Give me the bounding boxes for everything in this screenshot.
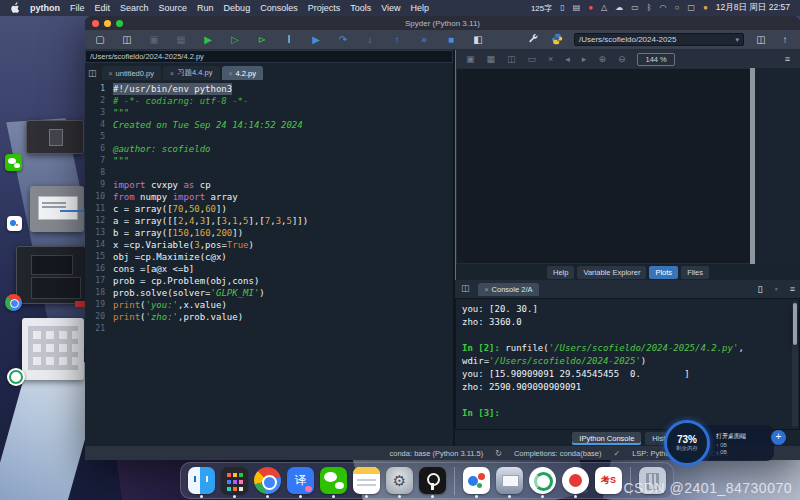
refresh-icon[interactable]: ↻ — [495, 449, 502, 458]
stop-button[interactable]: ■ — [444, 35, 458, 45]
browse-tabs-icon[interactable]: ◫ — [88, 68, 97, 78]
zoom-in-icon[interactable]: ⊕ — [598, 55, 606, 64]
open-file-button[interactable]: ◫ — [120, 35, 134, 45]
editor-tab-untitled0.py[interactable]: ×untitled0.py — [102, 66, 161, 80]
dock-item-translate[interactable]: 译 — [286, 467, 315, 494]
parent-directory-icon[interactable]: ↑ — [778, 35, 792, 45]
code-editor[interactable]: 1#!/usr/bin/env python32# -*- codiarng: … — [85, 80, 453, 446]
menu-item-file[interactable]: File — [70, 3, 85, 13]
dock-item-screenshot[interactable] — [495, 467, 524, 494]
working-directory-select[interactable]: /Users/scofieldo/2024-2025 ▾ — [574, 33, 744, 46]
close-icon[interactable]: × — [109, 70, 113, 77]
save-button[interactable]: ▣ — [147, 35, 161, 45]
display-icon[interactable]: ▢ — [687, 4, 695, 12]
scrollbar-thumb[interactable] — [793, 303, 797, 345]
browse-consoles-icon[interactable]: ◫ — [461, 283, 470, 293]
continue-button[interactable]: » — [417, 35, 431, 45]
tab-ipython-console[interactable]: IPython Console — [572, 432, 641, 445]
dock-item-green-ring[interactable] — [528, 467, 557, 494]
window-titlebar[interactable]: Spyder (Python 3.11) — [85, 16, 800, 30]
run-selection-button[interactable]: Ⅰ — [282, 35, 296, 45]
step-into-button[interactable]: ↓ — [363, 35, 377, 45]
preferences-wrench-icon[interactable] — [526, 33, 540, 46]
wechat-badge-icon[interactable] — [5, 154, 22, 171]
previous-plot-icon[interactable]: ◂ — [565, 55, 570, 64]
battery-icon[interactable]: ▭ — [631, 4, 639, 12]
next-plot-icon[interactable]: ▸ — [582, 55, 587, 64]
input-method-indicator[interactable]: 125字 — [531, 3, 552, 14]
shapes-icon[interactable]: △ — [601, 4, 607, 12]
copy-plot-icon[interactable]: ◫ — [507, 55, 516, 64]
plots-options-menu-icon[interactable]: ≡ — [785, 54, 790, 64]
dock-item-netdisk[interactable] — [462, 467, 491, 494]
memory-gauge[interactable]: 73% 剩余内存 — [664, 420, 710, 466]
dock-item-wechat[interactable] — [319, 467, 348, 494]
plots-zoom-level[interactable]: 144 % — [637, 53, 674, 66]
tab-files[interactable]: Files — [681, 266, 709, 279]
menu-item-view[interactable]: View — [381, 3, 400, 13]
widget-plus-button[interactable]: + — [771, 430, 786, 445]
dock-item-keychain[interactable] — [418, 467, 447, 494]
window-thumbnail-dialog[interactable] — [30, 186, 84, 232]
step-over-button[interactable]: ↷ — [336, 35, 350, 45]
cloud-icon[interactable]: ☁ — [615, 4, 623, 12]
menu-item-run[interactable]: Run — [197, 3, 214, 13]
step-out-button[interactable]: ↑ — [390, 35, 404, 45]
tab-plots[interactable]: Plots — [649, 266, 678, 279]
keyboard-icon[interactable]: ▤ — [573, 4, 581, 12]
drive-badge-icon[interactable] — [7, 216, 22, 231]
remove-plot-icon[interactable]: ▭ — [528, 55, 537, 64]
menu-item-source[interactable]: Source — [159, 3, 188, 13]
save-all-button[interactable]: ▦ — [174, 35, 188, 45]
dock-item-chrome[interactable] — [253, 467, 282, 494]
conda-env-status[interactable]: conda: base (Python 3.11.5) — [390, 449, 484, 458]
menu-item-help[interactable]: Help — [411, 3, 430, 13]
dock-item-red-app[interactable] — [561, 467, 590, 494]
debug-button[interactable]: ▶ — [309, 35, 323, 45]
window-thumbnail-wechat[interactable] — [26, 120, 84, 154]
remove-all-plots-icon[interactable]: × — [548, 55, 553, 64]
menu-item-consoles[interactable]: Consoles — [260, 3, 298, 13]
dock-item-finder[interactable] — [187, 467, 216, 494]
new-console-icon[interactable]: ▯ — [758, 285, 763, 294]
python-env-icon[interactable] — [550, 33, 564, 47]
close-icon[interactable]: × — [170, 70, 174, 77]
dock-item-exam[interactable]: 考S — [594, 467, 623, 494]
console-tab[interactable]: × Console 2/A — [478, 283, 540, 296]
green-app-badge-icon[interactable] — [7, 368, 25, 386]
tab-variable-explorer[interactable]: Variable Explorer — [577, 266, 646, 279]
plots-canvas[interactable] — [456, 68, 750, 264]
bluetooth-icon[interactable]: ᛒ — [647, 4, 652, 12]
memory-widget[interactable]: 73% 剩余内存 打开桌面端 ↑ 0B ↓ 0B + — [664, 420, 772, 466]
menubar-clock[interactable]: 12月8日 周日 22:57 — [716, 2, 790, 14]
new-file-button[interactable]: ▢ — [93, 35, 107, 45]
close-icon[interactable]: × — [485, 286, 489, 293]
console-options-menu-icon[interactable]: ≡ — [790, 285, 795, 294]
zoom-out-icon[interactable]: ⊖ — [618, 55, 626, 64]
menu-item-projects[interactable]: Projects — [308, 3, 341, 13]
run-button[interactable]: ▶ — [201, 35, 215, 45]
menu-item-edit[interactable]: Edit — [95, 3, 111, 13]
maximize-pane-button[interactable]: ◧ — [471, 35, 485, 45]
breadcrumb[interactable]: /Users/scofieldo/2024-2025/4.2.py — [85, 50, 453, 63]
window-thumbnail-ide[interactable] — [16, 246, 86, 304]
save-all-plots-icon[interactable]: ▦ — [487, 55, 496, 64]
editor-tab-4.2.py[interactable]: ×4.2.py — [222, 66, 264, 80]
menu-item-tools[interactable]: Tools — [350, 3, 371, 13]
close-icon[interactable]: × — [229, 70, 233, 77]
apple-menu-icon[interactable] — [10, 2, 20, 14]
dock-item-settings[interactable] — [385, 467, 414, 494]
menu-item-debug[interactable]: Debug — [224, 3, 251, 13]
record-icon[interactable]: ● — [588, 4, 593, 12]
editor-tab-习题4.4.py[interactable]: ×习题4.4.py — [163, 66, 220, 80]
dock-item-launchpad[interactable] — [220, 467, 249, 494]
switch-icon[interactable]: ● — [703, 4, 708, 12]
completions-status[interactable]: Completions: conda(base) — [514, 449, 602, 458]
browse-directory-icon[interactable]: ◫ — [754, 35, 768, 45]
dock-item-notes[interactable] — [352, 467, 381, 494]
chrome-badge-icon[interactable] — [5, 294, 22, 311]
active-app-name[interactable]: python — [30, 3, 60, 13]
run-cell-advance-button[interactable]: ⊳ — [255, 35, 269, 45]
tab-help[interactable]: Help — [547, 266, 574, 279]
console-scrollbar[interactable] — [792, 301, 798, 427]
